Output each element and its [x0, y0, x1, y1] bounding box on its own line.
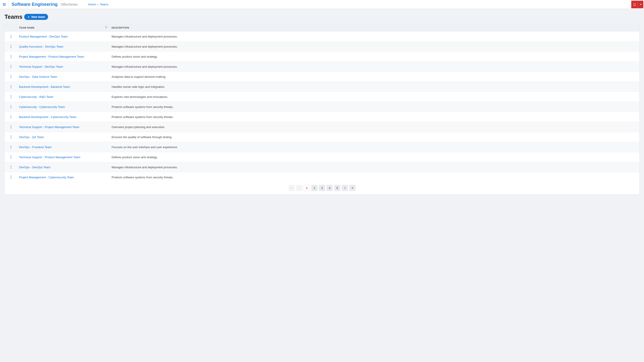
svg-point-22 [11, 88, 12, 88]
column-header-name-label: TEAM NAME [19, 26, 34, 29]
pagination-page-3[interactable]: 3 [319, 185, 325, 191]
column-header-actions [5, 24, 17, 31]
breadcrumb-separator: » [97, 3, 98, 6]
team-link[interactable]: Cybersecurity - R&D Team [19, 95, 54, 98]
pagination-prev-button[interactable] [296, 185, 302, 191]
team-description-cell: Manages infrastructure and deployment pr… [110, 62, 639, 72]
row-menu-button[interactable] [10, 124, 12, 129]
team-description-cell: Protects software systems from security … [110, 112, 639, 122]
svg-point-42 [11, 157, 12, 158]
team-description-cell: Ensures the quality of software through … [110, 132, 639, 142]
row-menu-button[interactable] [10, 54, 12, 59]
svg-point-44 [11, 166, 12, 166]
column-header-description-label: DESCRIPTION [112, 26, 129, 29]
svg-point-33 [11, 127, 12, 127]
pagination-last-button[interactable] [349, 185, 356, 191]
filter-icon [105, 26, 108, 29]
pagination-first-button[interactable] [288, 185, 295, 191]
more-vertical-icon [10, 115, 12, 118]
table-row: Project Management - Cybersecurity TeamP… [5, 172, 639, 182]
row-menu-button[interactable] [10, 155, 12, 160]
svg-point-13 [11, 57, 12, 58]
svg-point-14 [11, 65, 12, 66]
row-menu-button[interactable] [10, 165, 12, 170]
pagination-page-1[interactable]: 1 [304, 185, 310, 191]
pagination-page-2[interactable]: 2 [311, 185, 318, 191]
team-name-cell: Technical Support - Project Management T… [17, 122, 110, 132]
hamburger-menu-button[interactable] [0, 0, 8, 9]
svg-point-21 [11, 86, 12, 87]
page-header: Teams New team [4, 13, 640, 20]
row-actions-cell [5, 172, 17, 182]
more-vertical-icon [10, 75, 12, 78]
team-link[interactable]: DevOps - DevOps Team [19, 166, 50, 169]
team-name-cell: Backend Development - Backend Team [17, 82, 110, 92]
svg-point-31 [11, 118, 12, 118]
team-link[interactable]: DevOps - Data Science Team [19, 75, 57, 78]
team-link[interactable]: Technical Support - Project Management T… [19, 125, 80, 129]
team-link[interactable]: Technical Support - Product Management T… [19, 156, 80, 159]
filter-name-button[interactable] [105, 26, 108, 29]
header-actions [631, 0, 644, 9]
row-menu-button[interactable] [10, 34, 12, 39]
table-row: Technical Support - Product Management T… [5, 152, 639, 162]
breadcrumb-current-link[interactable]: Teams [100, 3, 108, 6]
row-menu-button[interactable] [10, 44, 12, 49]
team-name-cell: DevOps - QA Team [17, 132, 110, 142]
column-header-name[interactable]: TEAM NAME [17, 24, 110, 31]
app-title[interactable]: Software Engineering [12, 2, 58, 7]
row-menu-button[interactable] [10, 104, 12, 109]
svg-point-32 [11, 125, 12, 126]
row-menu-button[interactable] [10, 64, 12, 69]
team-name-cell: Backend Development - Cybersecurity Team [17, 112, 110, 122]
pagination: 12345 [5, 182, 639, 194]
team-link[interactable]: Backend Development - Backend Team [19, 85, 70, 88]
page-content: Teams New team TEAM NAME DESCRIPTION [0, 9, 644, 199]
pagination-next-button[interactable] [342, 185, 348, 191]
breadcrumb-home-link[interactable]: Home [88, 3, 96, 6]
svg-point-24 [11, 96, 12, 97]
team-link[interactable]: Product Management - DevOps Team [19, 35, 68, 38]
team-link[interactable]: Cybersecurity - Cybersecurity Team [19, 105, 65, 109]
svg-point-8 [11, 45, 12, 45]
row-menu-button[interactable] [10, 175, 12, 180]
team-link[interactable]: DevOps - QA Team [19, 135, 44, 139]
svg-point-5 [11, 35, 12, 35]
team-name-cell: Cybersecurity - R&D Team [17, 92, 110, 102]
team-name-cell: DevOps - Frontend Team [17, 142, 110, 152]
more-vertical-icon [10, 55, 12, 58]
row-menu-button[interactable] [10, 145, 12, 149]
notifications-button[interactable] [631, 1, 638, 8]
team-link[interactable]: Backend Development - Cybersecurity Team [19, 115, 76, 119]
row-menu-button[interactable] [10, 114, 12, 119]
svg-point-35 [11, 135, 12, 136]
svg-point-46 [11, 168, 12, 169]
team-link[interactable]: Project Management - Product Management … [19, 55, 84, 58]
app-subtitle: OfficeSeries [61, 3, 78, 6]
breadcrumb: Home » Teams [88, 3, 108, 6]
row-menu-button[interactable] [10, 84, 12, 89]
team-link[interactable]: DevOps - Frontend Team [19, 145, 52, 149]
column-header-description[interactable]: DESCRIPTION [110, 24, 639, 31]
team-link[interactable]: Project Management - Cybersecurity Team [19, 176, 74, 179]
row-actions-cell [5, 122, 17, 132]
pagination-page-5[interactable]: 5 [334, 185, 340, 191]
row-menu-button[interactable] [10, 74, 12, 79]
row-menu-button[interactable] [10, 134, 12, 139]
table-row: Cybersecurity - R&D TeamExplores new tec… [5, 92, 639, 102]
user-menu-dropdown-button[interactable] [638, 1, 643, 8]
svg-point-6 [11, 36, 12, 37]
team-link[interactable]: Technical Support - DevOps Team [19, 65, 63, 68]
new-team-button-label: New team [31, 15, 45, 18]
new-team-button[interactable]: New team [24, 14, 48, 20]
svg-point-39 [11, 147, 12, 147]
svg-point-37 [11, 138, 12, 139]
row-menu-button[interactable] [10, 94, 12, 99]
row-actions-cell [5, 41, 17, 52]
pagination-page-4[interactable]: 4 [326, 185, 333, 191]
table-row: Technical Support - Project Management T… [5, 122, 639, 132]
svg-point-36 [11, 137, 12, 137]
bell-alert-icon [633, 3, 636, 6]
svg-point-25 [11, 98, 12, 98]
team-link[interactable]: Quality Assurance - DevOps Team [19, 45, 63, 48]
